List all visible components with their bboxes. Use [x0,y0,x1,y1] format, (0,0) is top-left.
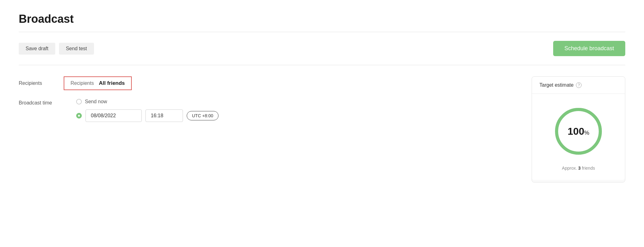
toolbar-left: Save draft Send test [19,43,94,55]
percentage-value: 100 [568,126,584,137]
approx-count: 3 [578,166,581,171]
target-estimate-panel: Target estimate ? 100% Approx. 3 friend [532,76,625,182]
time-controls: Send now UTC +8:00 [76,99,219,122]
form-section: Recipients Recipients All friends Broadc… [19,76,507,182]
broadcast-time-label: Broadcast time [19,99,69,106]
target-estimate-header: Target estimate ? [532,77,625,94]
target-estimate-body: 100% Approx. 3 friends [532,94,625,180]
page-title: Broadcast [19,12,625,26]
recipients-label: Recipients [19,80,56,86]
recipients-row: Recipients Recipients All friends [19,76,507,90]
approx-unit: friends [582,166,595,171]
save-draft-button[interactable]: Save draft [19,43,55,55]
info-icon[interactable]: ? [576,82,582,88]
donut-chart: 100% [550,103,607,159]
schedule-broadcast-button[interactable]: Schedule broadcast [553,41,625,56]
date-time-row: UTC +8:00 [76,109,219,122]
bottom-divider [19,65,625,65]
donut-center-text: 100% [568,126,589,137]
approx-text: Approx. 3 friends [562,166,595,171]
page-container: Broadcast Save draft Send test Schedule … [0,0,644,195]
send-test-button[interactable]: Send test [59,43,94,55]
recipients-label-inner: Recipients [71,80,94,86]
toolbar: Save draft Send test Schedule broadcast [19,41,625,56]
top-divider [19,32,625,32]
content-area: Recipients Recipients All friends Broadc… [19,76,625,182]
approx-label: Approx. [562,166,577,171]
send-now-radio[interactable] [76,99,82,104]
date-input[interactable] [86,109,142,122]
send-now-label: Send now [85,99,107,104]
schedule-radio[interactable] [76,113,82,119]
time-input[interactable] [145,109,183,122]
recipients-value: All friends [99,80,125,86]
target-estimate-label: Target estimate [539,82,573,88]
percent-sign: % [584,130,589,136]
send-now-row[interactable]: Send now [76,99,219,104]
recipients-value-box[interactable]: Recipients All friends [64,76,132,90]
timezone-badge[interactable]: UTC +8:00 [187,111,219,120]
broadcast-time-row: Broadcast time Send now UTC +8:00 [19,99,507,122]
